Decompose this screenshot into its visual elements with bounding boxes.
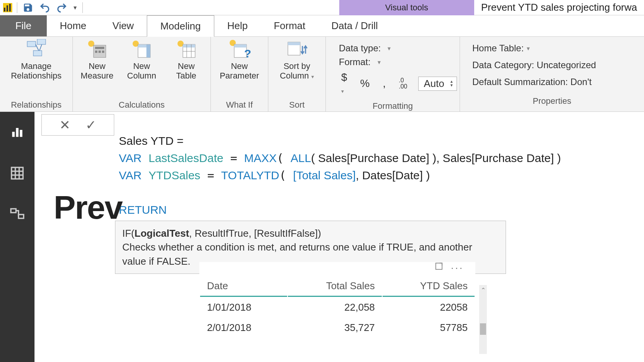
svg-line-7 (39, 44, 42, 51)
comma-button[interactable]: , (380, 77, 388, 90)
redo-button[interactable] (56, 2, 68, 14)
svg-rect-5 (33, 51, 42, 56)
relationships-icon (25, 39, 48, 60)
group-calculations-title: Calculations (78, 98, 205, 110)
data-type-dropdown[interactable]: ▾ (388, 45, 391, 52)
new-parameter-button[interactable]: ? New Parameter (219, 39, 261, 81)
report-view-button[interactable] (8, 123, 26, 141)
svg-rect-20 (183, 44, 195, 48)
scrollbar[interactable]: ⌃ (479, 285, 487, 354)
svg-rect-17 (146, 44, 150, 57)
document-title: Prevent YTD sales projecting forwa (474, 2, 644, 13)
save-button[interactable] (22, 2, 34, 14)
group-formatting-title: Formatting (339, 100, 447, 111)
svg-rect-32 (20, 130, 23, 137)
tab-home[interactable]: Home (47, 15, 99, 36)
svg-rect-13 (102, 51, 104, 53)
home-table-dropdown[interactable]: ▾ (527, 45, 530, 52)
table-row[interactable]: 1/01/201822,05822058 (200, 298, 475, 317)
svg-rect-0 (4, 8, 5, 11)
tab-format[interactable]: Format (261, 15, 318, 36)
model-view-button[interactable] (8, 205, 26, 224)
column-icon (130, 39, 153, 60)
percent-button[interactable]: % (358, 77, 372, 90)
currency-button[interactable]: $ ▾ (339, 71, 350, 96)
measure-name: Sales YTD = (119, 134, 184, 147)
svg-rect-4 (37, 39, 46, 44)
svg-rect-3 (27, 41, 36, 47)
home-table-label: Home Table: (472, 43, 524, 54)
svg-rect-10 (95, 47, 104, 49)
more-options-icon[interactable]: ··· (451, 262, 464, 274)
table-visual[interactable]: ··· Date Total Sales YTD Sales 1/01/2018… (199, 262, 475, 338)
new-table-button[interactable]: New Table (168, 39, 205, 81)
formula-commit-button[interactable]: ✓ (85, 117, 96, 133)
qat-customize[interactable]: ▼ (72, 5, 78, 11)
svg-rect-39 (18, 215, 23, 218)
col-total-sales[interactable]: Total Sales (288, 276, 382, 297)
scroll-thumb[interactable] (480, 323, 486, 335)
manage-relationships-button[interactable]: Manage Relationships (15, 39, 58, 81)
data-view-button[interactable] (8, 164, 26, 182)
svg-rect-40 (436, 263, 442, 270)
sort-by-column-button[interactable]: Sort by Column ▾ (276, 39, 318, 81)
svg-rect-2 (9, 4, 11, 11)
format-dropdown[interactable]: ▾ (378, 59, 381, 66)
svg-rect-12 (99, 51, 101, 53)
decimal-places-input[interactable]: Auto▲▼ (418, 77, 457, 91)
focus-mode-icon[interactable] (435, 262, 443, 274)
tab-help[interactable]: Help (214, 15, 261, 36)
data-category-label: Data Category: Uncategorized (472, 60, 596, 70)
table-icon (175, 39, 198, 60)
contextual-tab-visual-tools[interactable]: Visual tools (339, 0, 474, 15)
svg-rect-11 (95, 51, 97, 53)
new-column-button[interactable]: New Column (123, 39, 160, 81)
svg-rect-38 (11, 209, 16, 213)
svg-line-6 (36, 44, 39, 51)
svg-rect-1 (7, 5, 8, 11)
col-date[interactable]: Date (200, 276, 287, 297)
svg-text:?: ? (244, 47, 251, 60)
group-relationships-title: Relationships (5, 98, 67, 110)
undo-button[interactable] (39, 2, 51, 14)
group-properties-title: Properties (472, 95, 632, 106)
col-ytd-sales[interactable]: YTD Sales (383, 276, 475, 297)
decimal-button[interactable]: .0 .00 (396, 77, 409, 90)
formula-cancel-button[interactable]: ✕ (59, 117, 70, 133)
default-summarization-label: Default Summarization: Don't (472, 77, 591, 87)
measure-icon (85, 39, 108, 60)
report-title-fragment: Prev (54, 188, 122, 226)
tab-view[interactable]: View (99, 15, 147, 36)
svg-rect-31 (16, 128, 19, 137)
table-row[interactable]: 2/01/201835,72757785 (200, 318, 475, 337)
tab-data-drill[interactable]: Data / Drill (319, 15, 391, 36)
tab-file[interactable]: File (0, 15, 47, 36)
svg-rect-33 (12, 167, 23, 179)
format-label: Format: (339, 57, 371, 67)
group-sort-title: Sort (274, 98, 320, 110)
data-type-label: Data type: (339, 43, 381, 54)
parameter-icon: ? (228, 39, 251, 60)
svg-rect-30 (12, 132, 15, 137)
scroll-up-icon[interactable]: ⌃ (481, 287, 486, 294)
group-whatif-title: What If (216, 98, 263, 110)
tab-modeling[interactable]: Modeling (147, 15, 214, 37)
svg-rect-29 (288, 42, 300, 45)
app-icon (3, 3, 12, 12)
sort-icon (286, 39, 309, 60)
new-measure-button[interactable]: New Measure (78, 39, 116, 81)
